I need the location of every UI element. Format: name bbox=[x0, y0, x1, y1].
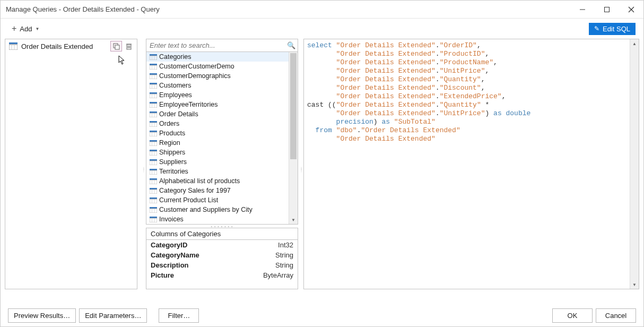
column-type: String bbox=[275, 261, 293, 269]
filter-button[interactable]: Filter… bbox=[159, 308, 199, 323]
edit-parameters-button[interactable]: Edit Parameters… bbox=[79, 308, 147, 323]
minimize-button[interactable] bbox=[570, 1, 595, 19]
table-item[interactable]: Categories bbox=[146, 52, 298, 62]
table-item[interactable]: Products bbox=[146, 128, 298, 138]
scrollbar[interactable]: ▲ ▼ bbox=[289, 52, 298, 224]
table-item[interactable]: Category Sales for 1997 bbox=[146, 186, 298, 195]
add-button[interactable]: + Add ▼ bbox=[8, 23, 42, 34]
table-item[interactable]: Employees bbox=[146, 90, 298, 100]
edit-sql-button[interactable]: ✎ Edit SQL bbox=[589, 23, 636, 35]
table-item[interactable]: EmployeeTerritories bbox=[146, 100, 298, 109]
table-item[interactable]: CustomerDemographics bbox=[146, 71, 298, 81]
svg-rect-31 bbox=[150, 92, 157, 94]
copy-query-button[interactable] bbox=[110, 41, 122, 51]
search-icon: 🔍 bbox=[285, 41, 298, 49]
columns-header: Columns of Categories bbox=[146, 228, 298, 240]
table-name: CustomerCustomerDemo bbox=[158, 63, 234, 70]
table-item[interactable]: Shippers bbox=[146, 148, 298, 157]
table-name: Region bbox=[158, 139, 180, 147]
svg-rect-84 bbox=[150, 218, 157, 222]
table-icon bbox=[149, 54, 158, 60]
svg-rect-72 bbox=[150, 190, 157, 194]
maximize-button[interactable] bbox=[595, 1, 619, 19]
svg-rect-68 bbox=[150, 180, 157, 184]
body: Order Details Extended ⋮⋮ bbox=[1, 39, 643, 304]
svg-rect-4 bbox=[9, 42, 18, 44]
column-name: CategoryID bbox=[151, 241, 278, 249]
table-item[interactable]: Invoices bbox=[146, 214, 298, 224]
table-icon bbox=[149, 207, 158, 213]
query-list-panel: Order Details Extended bbox=[5, 39, 137, 289]
column-row: PictureByteArray bbox=[146, 270, 298, 280]
table-item[interactable]: Order Details bbox=[146, 109, 298, 119]
svg-rect-55 bbox=[150, 150, 157, 151]
table-item[interactable]: Region bbox=[146, 138, 298, 148]
table-name: Products bbox=[158, 130, 185, 137]
table-name: Territories bbox=[158, 168, 188, 175]
svg-rect-56 bbox=[150, 151, 157, 156]
svg-rect-44 bbox=[150, 123, 157, 127]
search-input[interactable] bbox=[146, 41, 285, 49]
preview-results-button[interactable]: Preview Results… bbox=[8, 308, 76, 323]
scroll-thumb[interactable] bbox=[290, 53, 297, 159]
svg-rect-59 bbox=[150, 159, 157, 161]
sql-text[interactable]: select "Order Details Extended"."OrderID… bbox=[304, 39, 630, 289]
column-type: String bbox=[275, 251, 293, 259]
sql-scrollbar[interactable]: ▲ ▼ bbox=[630, 39, 639, 289]
ok-button[interactable]: OK bbox=[552, 308, 593, 323]
chevron-down-icon: ▼ bbox=[35, 27, 39, 31]
table-item[interactable]: Customers bbox=[146, 81, 298, 90]
tables-column: 🔍 CategoriesCustomerCustomerDemoCustomer… bbox=[146, 39, 298, 289]
titlebar: Manage Queries - Order Details Extended … bbox=[1, 1, 643, 19]
table-name: Suppliers bbox=[158, 158, 187, 166]
table-icon bbox=[149, 64, 158, 70]
svg-rect-48 bbox=[150, 132, 157, 136]
svg-rect-24 bbox=[150, 75, 157, 79]
table-item[interactable]: Suppliers bbox=[146, 157, 298, 167]
delete-query-button[interactable] bbox=[123, 41, 135, 51]
column-row: CategoryNameString bbox=[146, 250, 298, 260]
grip-icon: ⋮⋮ bbox=[299, 168, 303, 171]
search-box[interactable]: 🔍 bbox=[146, 39, 298, 52]
table-item[interactable]: Alphabetical list of products bbox=[146, 176, 298, 186]
svg-rect-16 bbox=[150, 56, 157, 60]
table-item[interactable]: CustomerCustomerDemo bbox=[146, 62, 298, 71]
table-list: CategoriesCustomerCustomerDemoCustomerDe… bbox=[146, 52, 298, 225]
svg-rect-36 bbox=[150, 104, 157, 108]
svg-rect-83 bbox=[150, 217, 157, 218]
splitter-right[interactable]: ⋮⋮ bbox=[299, 39, 303, 300]
table-icon bbox=[149, 92, 158, 98]
splitter-left[interactable]: ⋮⋮ bbox=[142, 39, 146, 300]
query-list-item[interactable]: Order Details Extended bbox=[5, 40, 137, 52]
content: + Add ▼ ✎ Edit SQL Order Details Extende… bbox=[1, 19, 643, 326]
cancel-button[interactable]: Cancel bbox=[596, 308, 636, 323]
svg-rect-80 bbox=[150, 209, 157, 213]
table-name: Customer and Suppliers by City bbox=[158, 206, 253, 213]
table-item[interactable]: Current Product List bbox=[146, 195, 298, 205]
table-icon bbox=[149, 159, 158, 165]
table-icon bbox=[149, 111, 158, 117]
table-icon bbox=[149, 131, 158, 136]
scroll-down-icon[interactable]: ▼ bbox=[289, 216, 298, 224]
table-name: EmployeeTerritories bbox=[158, 101, 217, 108]
scroll-down-icon[interactable]: ▼ bbox=[630, 280, 639, 289]
table-icon bbox=[149, 73, 158, 79]
table-name: Orders bbox=[158, 120, 179, 127]
window-controls bbox=[570, 1, 643, 19]
svg-rect-60 bbox=[150, 161, 157, 165]
svg-rect-64 bbox=[150, 170, 157, 175]
column-row: CategoryIDInt32 bbox=[146, 240, 298, 250]
add-button-label: Add bbox=[20, 25, 32, 33]
window: Manage Queries - Order Details Extended … bbox=[0, 0, 644, 327]
table-item[interactable]: Customer and Suppliers by City bbox=[146, 205, 298, 214]
table-item[interactable]: Orders bbox=[146, 119, 298, 128]
table-name: Shippers bbox=[158, 149, 185, 156]
column-type: Int32 bbox=[278, 241, 293, 249]
table-item[interactable]: Territories bbox=[146, 167, 298, 176]
svg-rect-9 bbox=[115, 45, 119, 49]
table-name: Alphabetical list of products bbox=[158, 177, 240, 185]
svg-rect-52 bbox=[150, 142, 157, 146]
close-button[interactable] bbox=[619, 1, 643, 19]
scroll-up-icon[interactable]: ▲ bbox=[630, 39, 639, 48]
svg-rect-51 bbox=[150, 140, 157, 142]
